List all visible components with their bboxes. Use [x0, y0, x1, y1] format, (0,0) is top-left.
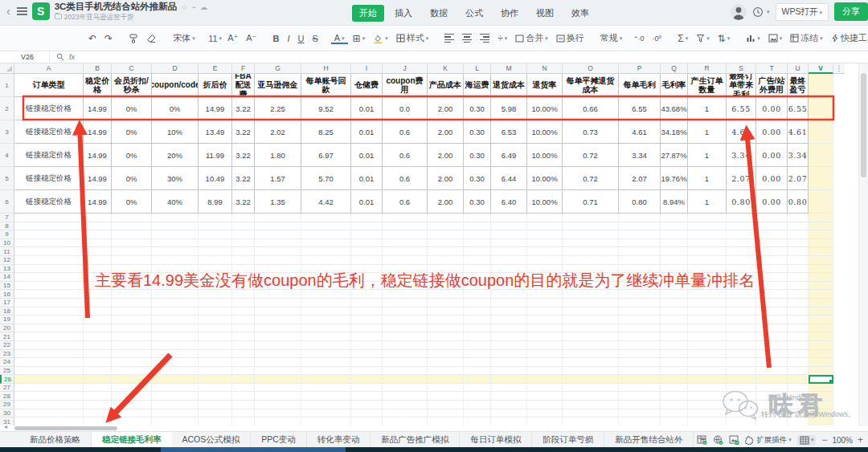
- data-cell[interactable]: 2.00: [428, 144, 464, 167]
- cell[interactable]: [351, 222, 383, 231]
- data-cell[interactable]: 2.07: [619, 167, 661, 190]
- cell[interactable]: [14, 222, 84, 231]
- font-color-button[interactable]: A: [331, 32, 348, 44]
- cell[interactable]: [661, 350, 688, 359]
- cell[interactable]: [232, 307, 255, 316]
- row-header-5[interactable]: 5: [0, 167, 14, 190]
- cell[interactable]: [563, 392, 619, 401]
- cell[interactable]: [383, 324, 428, 333]
- cell[interactable]: [255, 375, 301, 384]
- data-cell[interactable]: 1.80: [255, 144, 301, 167]
- data-cell[interactable]: 10.49: [199, 167, 232, 190]
- cell[interactable]: [351, 230, 383, 239]
- row-header-27[interactable]: 27: [0, 384, 14, 393]
- cell[interactable]: [199, 316, 232, 324]
- cell[interactable]: [809, 299, 833, 307]
- data-cell[interactable]: 34.18%: [661, 120, 688, 144]
- cell[interactable]: [756, 282, 788, 291]
- cell[interactable]: [232, 350, 255, 359]
- column-header-A[interactable]: A: [14, 63, 84, 74]
- cell[interactable]: [428, 307, 464, 316]
- ribbon-tab-数据[interactable]: 数据: [423, 5, 455, 22]
- cell-V2[interactable]: [809, 97, 833, 120]
- table-header-cell[interactable]: 海运费: [464, 74, 491, 97]
- sheet-tab-新品开售结合站外[interactable]: 新品开售结合站外: [604, 432, 694, 448]
- cell[interactable]: [255, 409, 301, 418]
- data-cell[interactable]: 1: [688, 120, 727, 144]
- sheet-status-sync-icon[interactable]: [713, 435, 723, 445]
- cell[interactable]: [756, 290, 788, 299]
- cell[interactable]: [809, 282, 833, 291]
- cell[interactable]: [464, 341, 491, 350]
- cell[interactable]: [112, 239, 152, 248]
- cell[interactable]: [688, 324, 727, 333]
- row-header-1[interactable]: 1: [0, 74, 14, 97]
- cell[interactable]: [619, 341, 661, 350]
- cell[interactable]: [619, 401, 661, 409]
- cell[interactable]: [788, 299, 809, 307]
- table-header-cell[interactable]: 最终订单带来毛利: [727, 74, 756, 97]
- cell[interactable]: [84, 299, 112, 307]
- cell[interactable]: [756, 256, 788, 265]
- row-header-18[interactable]: 18: [0, 307, 14, 316]
- data-cell[interactable]: 13.49: [199, 120, 232, 144]
- data-cell[interactable]: 2.00: [428, 97, 464, 120]
- cell[interactable]: [255, 324, 301, 333]
- ribbon-tab-协作[interactable]: 协作: [493, 5, 526, 22]
- cell[interactable]: [383, 392, 428, 401]
- decrease-decimal-icon[interactable]: ·0⁰: [649, 33, 665, 44]
- chart-icon[interactable]: [743, 32, 764, 44]
- cell[interactable]: [809, 222, 833, 231]
- cell[interactable]: [464, 384, 491, 393]
- cell[interactable]: [619, 392, 661, 401]
- cell-V1[interactable]: [809, 74, 833, 97]
- data-cell[interactable]: 4.61: [788, 120, 809, 144]
- cell-style-button[interactable]: 样式: [393, 31, 432, 46]
- cell[interactable]: [661, 230, 688, 239]
- cell[interactable]: [84, 401, 112, 409]
- cell[interactable]: [383, 214, 428, 222]
- cell[interactable]: [14, 256, 84, 265]
- cell[interactable]: [152, 214, 199, 222]
- cell[interactable]: [527, 299, 563, 307]
- cell[interactable]: [619, 375, 661, 384]
- wps-logo[interactable]: S: [32, 2, 50, 20]
- cell[interactable]: [688, 299, 727, 307]
- cell[interactable]: [464, 239, 491, 248]
- cell[interactable]: [491, 341, 527, 350]
- cell[interactable]: [199, 409, 232, 418]
- data-cell[interactable]: 43.68%: [661, 97, 688, 120]
- row-header-25[interactable]: 25: [0, 367, 14, 376]
- cell[interactable]: [232, 324, 255, 333]
- cell[interactable]: [491, 358, 527, 367]
- cell[interactable]: [809, 341, 833, 350]
- cell[interactable]: [727, 358, 756, 367]
- data-cell[interactable]: 0.6: [383, 120, 428, 144]
- cell[interactable]: [383, 367, 428, 376]
- column-header-E[interactable]: E: [199, 63, 232, 74]
- data-cell[interactable]: 1.35: [255, 190, 301, 214]
- data-cell[interactable]: 0.72: [563, 144, 619, 167]
- cell[interactable]: [527, 324, 563, 333]
- table-header-cell[interactable]: 仓储费: [351, 74, 383, 97]
- cell[interactable]: [661, 247, 688, 256]
- cell[interactable]: [491, 316, 527, 324]
- cell[interactable]: [351, 247, 383, 256]
- cell[interactable]: [232, 341, 255, 350]
- data-cell[interactable]: 2.25: [255, 97, 301, 120]
- data-cell[interactable]: 14.99: [84, 144, 112, 167]
- data-cell[interactable]: 0%: [112, 144, 152, 167]
- bold-button[interactable]: B: [269, 32, 282, 45]
- data-cell[interactable]: 4.42: [301, 190, 351, 214]
- column-header-G[interactable]: G: [255, 63, 301, 74]
- cell[interactable]: [788, 239, 809, 248]
- data-cell[interactable]: 0%: [112, 97, 152, 120]
- redo-icon[interactable]: ↷: [101, 31, 116, 46]
- cell[interactable]: [84, 307, 112, 316]
- cell[interactable]: [14, 307, 84, 316]
- cell[interactable]: [84, 392, 112, 401]
- cell[interactable]: [688, 341, 727, 350]
- cell[interactable]: [152, 401, 199, 409]
- cell[interactable]: [152, 239, 199, 248]
- data-cell[interactable]: 14.99: [84, 190, 112, 214]
